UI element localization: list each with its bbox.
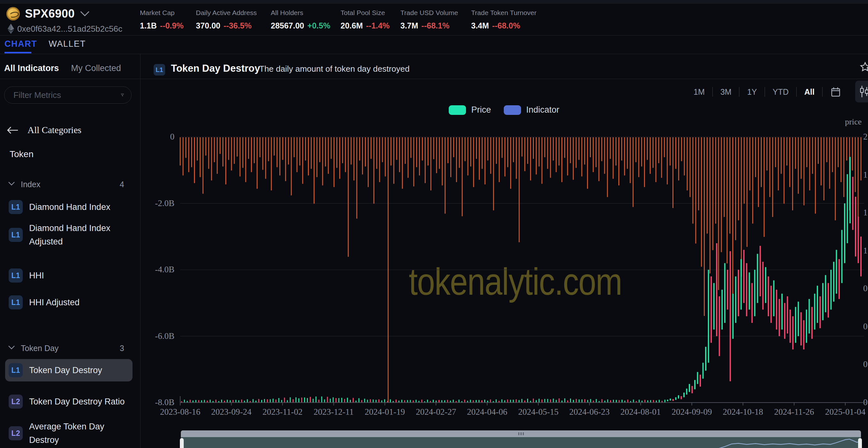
chart-legend: Price Indicator [140,105,868,115]
y-axis-label: -6.0B [139,331,175,341]
minimap-left-handle[interactable] [180,438,184,448]
stat-value: 3.7M [400,21,418,30]
sidebar-item-token-day-destroy[interactable]: L1Token Day Destroy [5,359,132,381]
calendar-button[interactable] [823,87,849,97]
tabbar-divider [0,54,868,54]
price-axis-label: 1. [863,170,868,180]
chart-title: Token Day Destroy [171,63,260,74]
minimap [181,430,861,448]
active-tab-underline [4,52,31,54]
range-all[interactable]: All [797,87,822,97]
watermark: tokenalytic.com [396,260,635,303]
section-name: Index [21,180,40,189]
l1-badge: L1 [9,268,23,283]
indicator-swatch [504,105,521,115]
sidebar-item-label: Token Day Destroy [29,363,125,377]
token-logo-icon [6,7,20,21]
section-count: 3 [120,344,124,353]
price-axis-title: price [845,117,862,127]
stat-change: --36.5% [223,21,252,30]
filter-metrics-field [4,86,131,104]
l1-badge: L1 [9,228,23,242]
l2-badge: L2 [9,394,23,409]
stat-label: Total Pool Size [341,9,390,17]
range-1m[interactable]: 1M [686,87,712,97]
sidebar-item-label: Token Day Destroy Ratio [29,395,125,408]
token-address-text: 0xe0f63a42...51ad25b2c56c [17,24,122,34]
sidebar-tab-all-indicators[interactable]: All Indicators [4,63,59,73]
legend-price[interactable]: Price [449,105,491,115]
filter-icon[interactable] [121,91,124,99]
sidebar-tab-my-collected[interactable]: My Collected [71,63,121,73]
stat-label: Trade USD Volume [400,9,458,17]
sidebar-item-hhi-adjusted[interactable]: L1HHI Adjusted [5,291,132,314]
stat-trade-token-turnover: Trade Token Turnover3.4M--68.0% [471,9,536,30]
tab-chart[interactable]: CHART [4,39,37,49]
sidebar-item-label: HHI [29,269,125,282]
sidebar-item-hhi[interactable]: L1HHI [5,264,132,287]
sidebar-item-label: HHI Adjusted [29,296,125,309]
arrow-left-icon [7,126,18,134]
chart-style-button[interactable] [855,81,868,102]
stat-label: Market Cap [140,9,183,17]
price-swatch [449,105,466,115]
ethereum-icon [8,24,14,34]
header-divider [0,35,868,35]
stat-label: Trade Token Turnover [471,9,536,17]
minimap-scroll-bar[interactable] [181,430,861,437]
stat-change: +0.5% [307,21,330,30]
price-axis-label: 1. [863,208,868,218]
stat-total-pool-size: Total Pool Size20.6M--1.4% [341,9,390,30]
app-root: SPX6900 0xe0f63a42...51ad25b2c56c Market… [0,0,868,448]
minimap-right-handle[interactable] [858,438,862,448]
legend-indicator[interactable]: Indicator [504,105,559,115]
time-range-group: 1M3M1YYTDAll [686,83,849,101]
price-axis-label: 1. [863,246,868,256]
chevron-down-icon [8,345,15,351]
candlestick-icon [859,85,868,98]
l1-badge: L1 [9,363,23,377]
token-selector[interactable]: SPX6900 [6,7,90,21]
stat-change: --68.1% [422,21,450,30]
favorite-button[interactable] [860,61,868,73]
minimap-grip-icon[interactable] [518,432,524,435]
y-axis-label: -8.0B [139,397,175,407]
sidebar-item-average-token-day-destroy[interactable]: L2Average Token Day Destroy [5,420,132,447]
tab-wallet[interactable]: WALLET [49,39,86,49]
sidebar-item-token-day-destroy-ratio[interactable]: L2Token Day Destroy Ratio [5,390,132,413]
l1-badge: L1 [9,295,23,310]
price-axis-label: 2. [863,132,868,142]
section-name: Token Day [21,344,59,353]
calendar-icon [831,87,840,97]
token-symbol: SPX6900 [25,7,75,21]
y-axis-label: -2.0B [139,198,175,208]
section-header-index[interactable]: Index4 [0,178,140,191]
chevron-down-icon [80,11,90,17]
price-axis-label: 0 [863,397,868,407]
section-count: 4 [120,180,124,189]
l2-badge: L2 [9,426,23,440]
minimap-preview[interactable] [181,437,861,448]
token-address[interactable]: 0xe0f63a42...51ad25b2c56c [8,24,122,34]
legend-indicator-label: Indicator [526,105,559,115]
sidebar-item-diamond-hand-index-adjusted[interactable]: L1Diamond Hand Index Adjusted [5,221,132,248]
sidebar-item-label: Diamond Hand Index [29,200,125,214]
price-axis-label: 0. [863,322,868,331]
category-label: Token [9,149,34,159]
stat-value: 3.4M [471,21,489,30]
range-1y[interactable]: 1Y [739,87,765,97]
stat-change: --1.4% [366,21,390,30]
stat-value: 28567.00 [271,21,304,30]
range-3m[interactable]: 3M [713,87,739,97]
stat-value: 1.1B [140,21,157,30]
sidebar-item-diamond-hand-index[interactable]: L1Diamond Hand Index [5,196,132,218]
section-header-token-day[interactable]: Token Day3 [0,342,140,355]
range-ytd[interactable]: YTD [765,87,796,97]
stat-change: --0.9% [160,21,184,30]
stat-label: All Holders [271,9,330,17]
price-axis-label: 0. [863,284,868,293]
stat-trade-usd-volume: Trade USD Volume3.7M--68.1% [400,9,458,30]
star-icon [860,61,868,72]
all-categories-back[interactable]: All Categories [7,125,81,135]
filter-metrics-input[interactable] [4,90,121,100]
